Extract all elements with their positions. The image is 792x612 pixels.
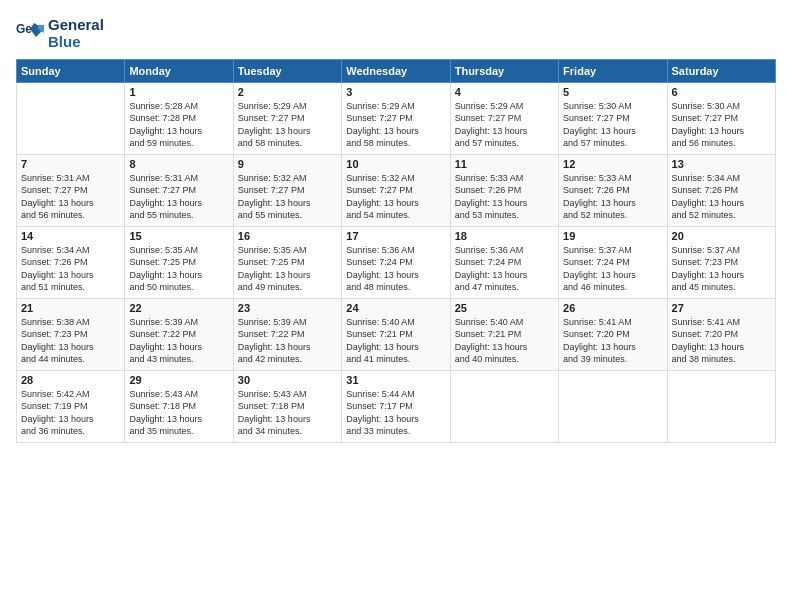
day-number: 19 [563,230,662,242]
day-number: 6 [672,86,771,98]
day-cell: 21 Sunrise: 5:38 AM Sunset: 7:23 PM Dayl… [17,298,125,370]
day-cell: 31 Sunrise: 5:44 AM Sunset: 7:17 PM Dayl… [342,370,450,442]
day-number: 26 [563,302,662,314]
day-cell: 23 Sunrise: 5:39 AM Sunset: 7:22 PM Dayl… [233,298,341,370]
day-cell: 24 Sunrise: 5:40 AM Sunset: 7:21 PM Dayl… [342,298,450,370]
day-number: 9 [238,158,337,170]
day-cell: 11 Sunrise: 5:33 AM Sunset: 7:26 PM Dayl… [450,154,558,226]
day-cell: 6 Sunrise: 5:30 AM Sunset: 7:27 PM Dayli… [667,82,775,154]
day-info: Sunrise: 5:41 AM Sunset: 7:20 PM Dayligh… [672,316,771,366]
day-cell: 2 Sunrise: 5:29 AM Sunset: 7:27 PM Dayli… [233,82,341,154]
day-info: Sunrise: 5:44 AM Sunset: 7:17 PM Dayligh… [346,388,445,438]
day-info: Sunrise: 5:36 AM Sunset: 7:24 PM Dayligh… [455,244,554,294]
day-number: 17 [346,230,445,242]
day-cell: 20 Sunrise: 5:37 AM Sunset: 7:23 PM Dayl… [667,226,775,298]
day-info: Sunrise: 5:36 AM Sunset: 7:24 PM Dayligh… [346,244,445,294]
day-number: 28 [21,374,120,386]
day-info: Sunrise: 5:30 AM Sunset: 7:27 PM Dayligh… [563,100,662,150]
logo-text: General Blue [48,16,104,51]
day-cell: 29 Sunrise: 5:43 AM Sunset: 7:18 PM Dayl… [125,370,233,442]
day-number: 20 [672,230,771,242]
day-number: 2 [238,86,337,98]
day-cell: 30 Sunrise: 5:43 AM Sunset: 7:18 PM Dayl… [233,370,341,442]
day-info: Sunrise: 5:32 AM Sunset: 7:27 PM Dayligh… [238,172,337,222]
day-number: 7 [21,158,120,170]
day-number: 13 [672,158,771,170]
day-number: 27 [672,302,771,314]
day-info: Sunrise: 5:37 AM Sunset: 7:23 PM Dayligh… [672,244,771,294]
day-cell [17,82,125,154]
day-cell: 12 Sunrise: 5:33 AM Sunset: 7:26 PM Dayl… [559,154,667,226]
day-info: Sunrise: 5:33 AM Sunset: 7:26 PM Dayligh… [563,172,662,222]
day-info: Sunrise: 5:28 AM Sunset: 7:28 PM Dayligh… [129,100,228,150]
day-cell: 19 Sunrise: 5:37 AM Sunset: 7:24 PM Dayl… [559,226,667,298]
day-cell: 15 Sunrise: 5:35 AM Sunset: 7:25 PM Dayl… [125,226,233,298]
week-row-2: 14 Sunrise: 5:34 AM Sunset: 7:26 PM Dayl… [17,226,776,298]
day-cell: 1 Sunrise: 5:28 AM Sunset: 7:28 PM Dayli… [125,82,233,154]
header-tuesday: Tuesday [233,59,341,82]
day-cell: 5 Sunrise: 5:30 AM Sunset: 7:27 PM Dayli… [559,82,667,154]
day-info: Sunrise: 5:32 AM Sunset: 7:27 PM Dayligh… [346,172,445,222]
day-cell: 25 Sunrise: 5:40 AM Sunset: 7:21 PM Dayl… [450,298,558,370]
header-monday: Monday [125,59,233,82]
day-info: Sunrise: 5:39 AM Sunset: 7:22 PM Dayligh… [238,316,337,366]
calendar-table: SundayMondayTuesdayWednesdayThursdayFrid… [16,59,776,443]
day-cell: 3 Sunrise: 5:29 AM Sunset: 7:27 PM Dayli… [342,82,450,154]
logo: Gen General Blue [16,16,104,51]
day-cell [559,370,667,442]
day-info: Sunrise: 5:39 AM Sunset: 7:22 PM Dayligh… [129,316,228,366]
day-number: 31 [346,374,445,386]
day-number: 18 [455,230,554,242]
day-number: 3 [346,86,445,98]
day-info: Sunrise: 5:29 AM Sunset: 7:27 PM Dayligh… [346,100,445,150]
day-number: 16 [238,230,337,242]
day-info: Sunrise: 5:29 AM Sunset: 7:27 PM Dayligh… [455,100,554,150]
header-saturday: Saturday [667,59,775,82]
day-info: Sunrise: 5:35 AM Sunset: 7:25 PM Dayligh… [238,244,337,294]
day-cell [450,370,558,442]
day-info: Sunrise: 5:34 AM Sunset: 7:26 PM Dayligh… [21,244,120,294]
day-info: Sunrise: 5:30 AM Sunset: 7:27 PM Dayligh… [672,100,771,150]
week-row-3: 21 Sunrise: 5:38 AM Sunset: 7:23 PM Dayl… [17,298,776,370]
header-row: SundayMondayTuesdayWednesdayThursdayFrid… [17,59,776,82]
day-cell: 28 Sunrise: 5:42 AM Sunset: 7:19 PM Dayl… [17,370,125,442]
day-cell: 7 Sunrise: 5:31 AM Sunset: 7:27 PM Dayli… [17,154,125,226]
header-thursday: Thursday [450,59,558,82]
day-cell: 13 Sunrise: 5:34 AM Sunset: 7:26 PM Dayl… [667,154,775,226]
week-row-4: 28 Sunrise: 5:42 AM Sunset: 7:19 PM Dayl… [17,370,776,442]
day-number: 22 [129,302,228,314]
day-info: Sunrise: 5:42 AM Sunset: 7:19 PM Dayligh… [21,388,120,438]
day-number: 14 [21,230,120,242]
day-number: 25 [455,302,554,314]
day-cell [667,370,775,442]
day-number: 24 [346,302,445,314]
week-row-0: 1 Sunrise: 5:28 AM Sunset: 7:28 PM Dayli… [17,82,776,154]
day-number: 8 [129,158,228,170]
day-info: Sunrise: 5:34 AM Sunset: 7:26 PM Dayligh… [672,172,771,222]
day-info: Sunrise: 5:38 AM Sunset: 7:23 PM Dayligh… [21,316,120,366]
day-info: Sunrise: 5:33 AM Sunset: 7:26 PM Dayligh… [455,172,554,222]
day-number: 4 [455,86,554,98]
header-friday: Friday [559,59,667,82]
day-cell: 4 Sunrise: 5:29 AM Sunset: 7:27 PM Dayli… [450,82,558,154]
week-row-1: 7 Sunrise: 5:31 AM Sunset: 7:27 PM Dayli… [17,154,776,226]
day-info: Sunrise: 5:40 AM Sunset: 7:21 PM Dayligh… [455,316,554,366]
day-cell: 10 Sunrise: 5:32 AM Sunset: 7:27 PM Dayl… [342,154,450,226]
day-info: Sunrise: 5:41 AM Sunset: 7:20 PM Dayligh… [563,316,662,366]
day-number: 11 [455,158,554,170]
day-info: Sunrise: 5:43 AM Sunset: 7:18 PM Dayligh… [129,388,228,438]
day-number: 30 [238,374,337,386]
day-number: 1 [129,86,228,98]
day-number: 15 [129,230,228,242]
day-number: 23 [238,302,337,314]
day-cell: 14 Sunrise: 5:34 AM Sunset: 7:26 PM Dayl… [17,226,125,298]
day-number: 29 [129,374,228,386]
day-info: Sunrise: 5:29 AM Sunset: 7:27 PM Dayligh… [238,100,337,150]
day-cell: 16 Sunrise: 5:35 AM Sunset: 7:25 PM Dayl… [233,226,341,298]
day-info: Sunrise: 5:31 AM Sunset: 7:27 PM Dayligh… [21,172,120,222]
header-sunday: Sunday [17,59,125,82]
day-cell: 27 Sunrise: 5:41 AM Sunset: 7:20 PM Dayl… [667,298,775,370]
day-number: 21 [21,302,120,314]
day-cell: 22 Sunrise: 5:39 AM Sunset: 7:22 PM Dayl… [125,298,233,370]
day-info: Sunrise: 5:43 AM Sunset: 7:18 PM Dayligh… [238,388,337,438]
